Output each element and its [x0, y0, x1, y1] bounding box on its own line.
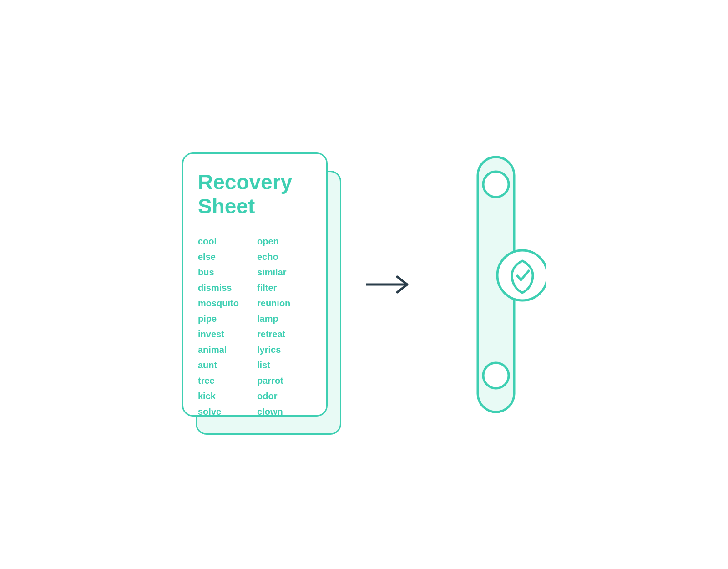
word-item: open: [257, 235, 290, 248]
word-col-right: openechosimilarfilterreunionlampretreatl…: [257, 235, 290, 418]
word-item: filter: [257, 281, 290, 294]
word-item: lyrics: [257, 343, 290, 356]
word-item: clown: [257, 405, 290, 418]
word-item: else: [198, 250, 239, 263]
word-columns: coolelsebusdismissmosquitopipeinvestanim…: [198, 235, 312, 418]
word-item: solve: [198, 405, 239, 418]
card-title: Recovery Sheet: [198, 170, 312, 218]
word-item: retreat: [257, 328, 290, 340]
card-stack: Recovery Sheet coolelsebusdismissmosquit…: [182, 143, 337, 426]
device-svg: [446, 143, 546, 426]
arrow-icon: [366, 273, 416, 296]
word-item: odor: [257, 390, 290, 402]
word-item: reunion: [257, 297, 290, 310]
word-item: mosquito: [198, 297, 239, 310]
word-item: kick: [198, 390, 239, 402]
word-item: echo: [257, 250, 290, 263]
word-item: invest: [198, 328, 239, 340]
word-item: aunt: [198, 359, 239, 371]
word-item: list: [257, 359, 290, 371]
security-device: [446, 143, 546, 426]
word-item: pipe: [198, 312, 239, 325]
word-item: similar: [257, 266, 290, 279]
word-item: animal: [198, 343, 239, 356]
word-item: dismiss: [198, 281, 239, 294]
svg-point-3: [483, 363, 509, 388]
word-item: tree: [198, 374, 239, 387]
svg-point-2: [483, 172, 509, 197]
recovery-sheet-card: Recovery Sheet coolelsebusdismissmosquit…: [182, 152, 328, 417]
word-item: lamp: [257, 312, 290, 325]
word-col-left: coolelsebusdismissmosquitopipeinvestanim…: [198, 235, 239, 418]
word-item: bus: [198, 266, 239, 279]
word-item: cool: [198, 235, 239, 248]
word-item: parrot: [257, 374, 290, 387]
arrow-container: [364, 273, 419, 296]
main-scene: Recovery Sheet coolelsebusdismissmosquit…: [182, 143, 546, 426]
